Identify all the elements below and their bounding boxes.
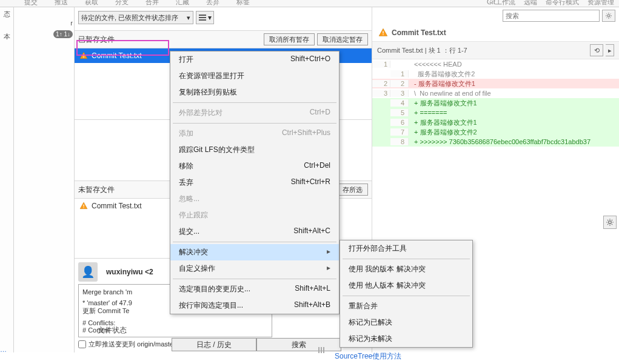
file-status-label: 文件状态 [98,325,127,336]
gear-icon [606,218,614,227]
file-name: Commit Test.txt [92,202,141,210]
toolbar-item[interactable]: 分支 [115,0,129,7]
toolbar-item[interactable]: Git工作流 [487,0,515,7]
toolbar-item[interactable]: 提交 [24,0,38,7]
committer-name: wuxinyiwu <2 [106,268,153,276]
staged-header-label: 已暂存文件 [78,35,115,45]
view-mode-combo[interactable]: ▾ [196,11,214,24]
toolbar-item[interactable]: 推送 [55,0,68,7]
diff-line[interactable]: 7 + 服务器端修改文件2 [372,127,619,137]
chevron-right-icon: ▸ [327,247,330,257]
toolbar-item[interactable]: 远端 [524,0,537,7]
chevron-down-icon: ▾ [187,14,190,22]
unstage-all-button[interactable]: 取消所有暂存 [264,33,315,45]
warning-icon [378,28,388,38]
hunk-more-button[interactable]: ▸ [606,44,614,56]
ctx-remove[interactable]: 移除Ctrl+Del [170,158,339,174]
diff-line[interactable]: 1 <<<<<<< HEAD [372,59,619,69]
ctx-lfs[interactable]: 跟踪Git LFS的文件类型 [170,142,339,158]
hunk-label: Commit Test.txt | 块 1 ：行 1-7 [377,46,467,55]
sort-combo-label: 待定的文件, 已依照文件状态排序 [81,13,178,22]
ctx-copypath[interactable]: 复制路径到剪贴板 [170,84,339,101]
diff-line[interactable]: 5 + ======= [372,108,619,117]
left-sidebar: 态 本 [0,7,14,352]
diff-line[interactable]: 8 + >>>>>>> 7360b35686876ebec00e63ffabf7… [372,137,619,147]
toolbar-item[interactable]: 标签 [236,0,250,7]
ctx-resolve-conflict[interactable]: 解决冲突▸ [170,244,339,260]
toolbar: 提交推送获取分支合并汇藏丢弃标签 Git工作流远端命令行模式资源管理 [0,0,619,7]
resize-handle-icon[interactable] [318,347,328,353]
lines-icon [199,15,206,21]
svg-rect-0 [83,55,84,57]
diff-file-name: Commit Test.txt [392,28,446,37]
unstage-selected-button[interactable]: 取消选定暂存 [317,33,368,45]
chevron-right-icon: ▸ [327,263,330,274]
ctx-ignore: 忽略... [170,191,339,207]
unstaged-header-label: 未暂存文件 [78,185,115,195]
resolve-submenu: 打开外部合并工具 使用 我的版本 解决冲突 使用 他人版本 解决冲突 重新合并 … [340,240,473,348]
search-input[interactable] [503,10,600,22]
sub-use-theirs[interactable]: 使用 他人版本 解决冲突 [340,277,472,294]
warning-icon [79,51,88,60]
diff-line[interactable]: 22 - 服务器端修改文件1 [372,79,619,88]
ctx-custom[interactable]: 自定义操作▸ [170,260,339,277]
svg-rect-5 [383,31,383,33]
diff-line[interactable]: 33 \ No newline at end of file [372,88,619,98]
ctx-stoptrack: 停止跟踪 [170,207,339,223]
ctx-add: 添加Ctrl+Shift+Plus [170,125,339,142]
gear-icon [605,12,612,19]
toolbar-item[interactable]: 命令行模式 [546,0,579,7]
left-item-b: 本 [0,30,13,44]
status-link[interactable]: SourceTree使用方法 [335,351,401,362]
stage-selected-button-partial[interactable]: 存所选 [337,184,368,196]
left-item-a: 态 [0,7,13,21]
sub-ext-merge[interactable]: 打开外部合并工具 [340,240,472,257]
avatar: 👤 [78,262,98,282]
ctx-open[interactable]: 打开Shift+Ctrl+O [170,51,339,68]
svg-point-4 [607,15,610,17]
toolbar-item[interactable]: 汇藏 [176,0,189,7]
context-menu: 打开Shift+Ctrl+O 在资源管理器里打开 复制路径到剪贴板 外部差异比对… [170,51,340,314]
ahead-behind-badge: 1↑ 1↓ [53,30,73,38]
truncated-status: … [0,346,315,353]
sub-use-mine[interactable]: 使用 我的版本 解决冲突 [340,261,472,277]
sub-mark-resolved[interactable]: 标记为已解决 [340,314,472,331]
svg-rect-2 [83,205,84,207]
chevron-down-icon: ▾ [208,13,212,22]
diff-line[interactable]: 4 + 服务器端修改文件1 [372,98,619,108]
diff-line[interactable]: 6 + 服务器端修改文件1 [372,117,619,127]
settings-button[interactable] [602,10,615,22]
diff-body: 1 <<<<<<< HEAD1 服务器端修改文件222 - 服务器端修改文件13… [372,59,619,147]
ctx-explorer[interactable]: 在资源管理器里打开 [170,68,339,84]
ctx-commit[interactable]: 提交...Shift+Alt+C [170,223,339,240]
svg-rect-1 [83,57,84,58]
branch-r: r [14,7,74,28]
svg-rect-6 [383,35,383,35]
commit-options-button[interactable] [603,216,617,229]
sub-mark-unresolved[interactable]: 标记为未解决 [340,331,472,347]
ctx-loghist[interactable]: 选定项目的变更历史...Shift+Alt+L [170,281,339,297]
hunk-header: Commit Test.txt | 块 1 ：行 1-7 ⟲ ▸ [372,42,619,59]
toolbar-item[interactable]: 资源管理 [587,0,614,7]
diff-file-tab[interactable]: Commit Test.txt [372,24,619,42]
sub-remerge[interactable]: 重新合并 [340,298,472,314]
ctx-review[interactable]: 按行审阅选定项目...Shift+Alt+B [170,297,339,314]
ctx-discard[interactable]: 丢弃Shift+Ctrl+R [170,174,339,191]
toolbar-item[interactable]: 合并 [146,0,159,7]
diff-line[interactable]: 1 服务器端修改文件2 [372,69,619,79]
warning-icon [79,202,88,210]
sort-combo[interactable]: 待定的文件, 已依照文件状态排序 ▾ [78,11,193,24]
ctx-extdiff: 外部差异比对Ctrl+D [170,105,339,121]
svg-rect-3 [83,207,84,208]
branch-sidebar: r 1↑ 1↓ [14,7,75,352]
revert-hunk-button[interactable]: ⟲ [590,44,603,56]
file-name: Commit Test.txt [92,51,141,60]
svg-point-7 [609,221,612,224]
toolbar-item[interactable]: 获取 [85,0,98,7]
toolbar-item[interactable]: 丢弃 [206,0,219,7]
